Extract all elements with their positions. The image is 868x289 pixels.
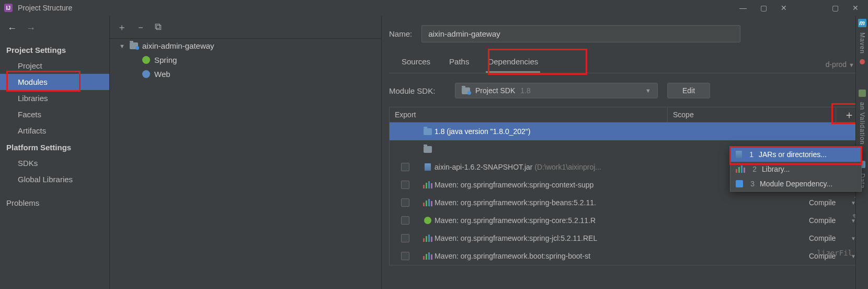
col-scope-header[interactable]: Scope [668, 107, 836, 122]
menu-item-label: Module Dependency... [760, 180, 832, 188]
module-tree-panel: ＋ － ⧉ ▼ aixin-admin-gateway Spring Web [110, 16, 382, 289]
tree-child-spring[interactable]: Spring [110, 53, 381, 67]
tree-child-label: Spring [154, 55, 177, 64]
add-dependency-menu: 1JARs or directories...2Library...3Modul… [730, 147, 862, 192]
nav-heading-project-settings: Project Settings [0, 41, 109, 58]
module-sdk-dropdown[interactable]: Project SDK 1.8 ▼ [455, 83, 658, 98]
library-bars-icon [423, 181, 432, 188]
export-checkbox[interactable] [401, 163, 409, 171]
maximize-button[interactable]: ▢ [760, 4, 767, 12]
export-checkbox[interactable] [401, 252, 409, 260]
add-menu-item[interactable]: 3Module Dependency... [730, 176, 861, 191]
chevron-down-icon: ▼ [849, 62, 854, 68]
tree-child-label: Web [154, 70, 170, 79]
spring-icon [424, 217, 431, 224]
nav-item-global-libraries[interactable]: Global Libraries [0, 171, 109, 187]
dependency-name: Maven: org.springframework:spring-core:5… [435, 216, 809, 225]
window-controls: — ▢ ✕ ▢ ✕ [739, 4, 864, 12]
maven-tool-icon[interactable]: m [858, 19, 866, 27]
library-bars-icon [423, 252, 432, 260]
add-menu-item[interactable]: 2Library... [730, 162, 861, 176]
dependency-row[interactable]: Maven: org.springframework.boot:spring-b… [390, 247, 862, 265]
tree-child-web[interactable]: Web [110, 67, 381, 81]
nav-item-project[interactable]: Project [0, 58, 109, 74]
nav-back-button[interactable]: ← [7, 23, 17, 34]
nav-item-problems[interactable]: Problems [0, 195, 109, 211]
window-title: Project Structure [18, 4, 72, 12]
dependency-row[interactable]: 1.8 (java version "1.8.0_202") [390, 123, 862, 140]
edit-sdk-button[interactable]: Edit [667, 83, 710, 98]
dependency-name: Maven: org.springframework:spring-beans:… [435, 198, 809, 207]
background-editor-text: lizerFil [817, 249, 852, 257]
add-menu-item[interactable]: 1JARs or directories... [730, 147, 861, 162]
nav-item-artifacts[interactable]: Artifacts [0, 123, 109, 139]
add-module-button[interactable]: ＋ [117, 21, 127, 34]
module-tabs: Sources Paths Dependencies [389, 53, 868, 73]
spring-icon [142, 56, 150, 64]
sdk-folder-icon [424, 128, 432, 135]
menu-item-label: JARs or directories... [759, 150, 827, 159]
tab-paths[interactable]: Paths [447, 53, 471, 73]
chevron-down-icon: ▼ [645, 87, 651, 94]
dependency-name: 1.8 (java version "1.8.0_202") [435, 127, 809, 136]
outer-close-button[interactable]: ✕ [852, 4, 859, 12]
nav-item-modules[interactable]: Modules [0, 74, 109, 90]
col-export-header[interactable]: Export [390, 107, 668, 122]
error-indicator-icon [860, 59, 865, 64]
title-bar: IJ Project Structure — ▢ ✕ ▢ ✕ [0, 0, 868, 16]
jar-icon [425, 163, 431, 171]
module-folder-icon [130, 42, 138, 49]
menu-shortcut-number: 2 [750, 165, 757, 173]
close-window-button[interactable]: ✕ [781, 4, 787, 12]
module-sdk-label: Module SDK: [389, 86, 446, 95]
menu-shortcut-number: 1 [747, 150, 753, 159]
export-checkbox[interactable] [401, 198, 409, 207]
remove-module-button[interactable]: － [136, 21, 145, 34]
name-label: Name: [389, 29, 412, 38]
nav-item-facets[interactable]: Facets [0, 106, 109, 123]
nav-forward-button[interactable]: → [26, 23, 36, 34]
library-bars-icon [736, 165, 745, 173]
sdk-prefix: Project SDK [475, 86, 515, 95]
library-bars-icon [423, 235, 432, 242]
export-checkbox[interactable] [401, 216, 409, 225]
dependency-name: Maven: org.springframework.boot:spring-b… [435, 252, 809, 260]
web-icon [142, 70, 150, 78]
module-name-input[interactable] [421, 25, 740, 42]
settings-nav-panel: ← → Project Settings Project Modules Lib… [0, 16, 110, 289]
module-source-folder-icon [424, 146, 432, 153]
sdk-folder-icon [462, 87, 470, 94]
library-bars-icon [423, 199, 432, 206]
copy-module-button[interactable]: ⧉ [155, 21, 162, 32]
intellij-logo-icon: IJ [4, 4, 13, 12]
background-env-dropdown[interactable]: d-prod▼ [826, 60, 854, 69]
nav-item-sdks[interactable]: SDKs [0, 155, 109, 171]
tree-toolbar: ＋ － ⧉ [110, 16, 381, 39]
nav-item-libraries[interactable]: Libraries [0, 90, 109, 106]
dependency-row[interactable]: Maven: org.springframework:spring-jcl:5.… [390, 229, 862, 247]
outer-maximize-button[interactable]: ▢ [832, 4, 839, 12]
jar-icon [736, 151, 742, 158]
tree-root-label: aixin-admin-gateway [142, 41, 214, 50]
maven-tool-label[interactable]: Maven [859, 32, 866, 54]
chevron-down-icon: ▼ [119, 43, 125, 49]
scope-cell[interactable]: Compile▼ [809, 234, 862, 242]
dependency-name: Maven: org.springframework:spring-jcl:5.… [435, 234, 809, 242]
tree-root-module[interactable]: ▼ aixin-admin-gateway [110, 39, 381, 53]
bean-validation-tool-icon[interactable] [859, 90, 866, 97]
dependency-row[interactable]: Maven: org.springframework:spring-beans:… [390, 194, 862, 212]
tab-sources[interactable]: Sources [399, 53, 432, 73]
menu-item-label: Library... [762, 165, 790, 173]
sdk-version: 1.8 [520, 86, 530, 95]
module-detail-panel: Name: Sources Paths Dependencies Module … [382, 16, 868, 289]
menu-shortcut-number: 3 [748, 180, 755, 188]
tab-dependencies[interactable]: Dependencies [486, 53, 540, 73]
bean-validation-label[interactable]: an Validation [859, 102, 866, 145]
export-checkbox[interactable] [401, 181, 409, 189]
module-icon [736, 180, 743, 187]
minimize-button[interactable]: — [739, 4, 747, 12]
nav-heading-platform-settings: Platform Settings [0, 139, 109, 155]
dependency-row[interactable]: Maven: org.springframework:spring-core:5… [390, 212, 862, 229]
export-checkbox[interactable] [401, 234, 409, 242]
